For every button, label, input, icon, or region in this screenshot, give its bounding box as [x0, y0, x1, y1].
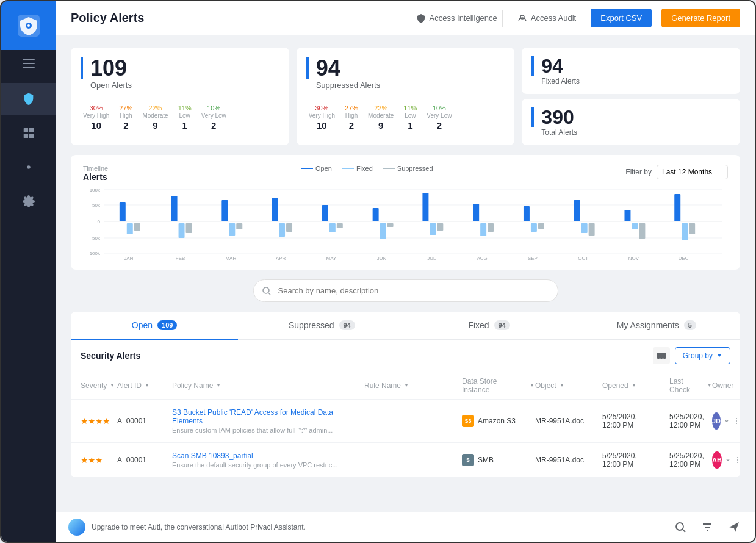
tab-open[interactable]: Open 109: [71, 312, 238, 340]
table-row: ★★★★ A_00001 S3 Bucket Public 'READ' Acc…: [71, 400, 740, 443]
opened-row2: 5/25/2020,12:00 PM: [602, 451, 669, 469]
header: Policy Alerts Access Intelligence Access…: [56, 1, 755, 35]
svg-point-78: [736, 423, 737, 424]
col-alert-id[interactable]: Alert ID: [117, 381, 172, 390]
svg-rect-59: [574, 200, 580, 221]
svg-rect-65: [639, 223, 645, 239]
svg-rect-4: [23, 63, 35, 64]
svg-rect-29: [186, 223, 192, 233]
svg-text:JAN: JAN: [124, 256, 133, 260]
svg-text:APR: APR: [276, 256, 286, 260]
svg-text:OCT: OCT: [578, 256, 588, 260]
suppressed-alerts-label: Suppressed Alerts: [316, 81, 505, 90]
svg-rect-27: [171, 196, 178, 221]
svg-rect-74: [660, 353, 663, 359]
sidebar-item-gear[interactable]: [1, 185, 56, 217]
main-content: Policy Alerts Access Intelligence Access…: [56, 1, 755, 542]
svg-rect-60: [581, 223, 588, 233]
filter-bottom-icon[interactable]: [699, 519, 716, 536]
chart-card: Timeline Alerts Open Fixed: [71, 155, 740, 270]
svg-point-82: [676, 523, 683, 530]
severity-low-suppressed: 11% Low 1: [403, 104, 417, 131]
svg-point-80: [737, 459, 738, 461]
total-alerts-label: Total Alerts: [541, 128, 730, 137]
sidebar-item-dashboard[interactable]: [1, 117, 56, 149]
col-data-store[interactable]: Data Store Instance: [462, 377, 535, 394]
svg-line-72: [268, 293, 270, 295]
svg-rect-39: [322, 205, 328, 221]
tab-fixed[interactable]: Fixed 94: [406, 312, 573, 340]
data-store-row2: S SMB: [462, 454, 535, 466]
svg-point-79: [737, 457, 738, 458]
svg-rect-41: [337, 223, 343, 228]
tab-my-assignments[interactable]: My Assignments 5: [573, 312, 740, 340]
svg-rect-9: [29, 134, 34, 138]
suppressed-alerts-card: 94 Suppressed Alerts 30% Very High 10 27…: [297, 48, 515, 145]
svg-text:100k: 100k: [90, 187, 100, 193]
sidebar-logo: [1, 1, 56, 50]
svg-point-76: [736, 418, 737, 419]
object-row1: MR-9951A.doc: [535, 417, 602, 425]
svg-rect-61: [589, 223, 595, 236]
col-opened[interactable]: Opened: [602, 381, 669, 390]
filter-select[interactable]: Last 12 Months Last 6 Months Last 3 Mont…: [657, 165, 728, 179]
row1-more[interactable]: [733, 415, 740, 426]
alert-id-row2: A_00001: [117, 456, 172, 464]
send-bottom-icon[interactable]: [725, 519, 743, 536]
svg-rect-75: [663, 353, 666, 359]
row2-chevron[interactable]: [724, 455, 732, 466]
col-policy-name[interactable]: Policy Name: [172, 381, 364, 390]
col-object[interactable]: Object: [535, 381, 602, 390]
severity-stars-row1: ★★★★: [81, 416, 117, 426]
generate-report-button[interactable]: Generate Report: [661, 9, 740, 27]
svg-rect-48: [430, 223, 436, 235]
svg-point-11: [27, 200, 31, 203]
header-actions: Access Intelligence Access Audit Export …: [411, 9, 740, 27]
svg-rect-37: [286, 223, 292, 232]
open-alerts-label: Open Alerts: [90, 81, 279, 90]
col-rule-name[interactable]: Rule Name: [364, 381, 462, 390]
severity-low-open: 11% Low 1: [178, 104, 192, 131]
menu-icon[interactable]: [1, 50, 56, 77]
fixed-alerts-number: 94: [531, 56, 730, 76]
tab-suppressed[interactable]: Suppressed 94: [238, 312, 405, 340]
col-last-check[interactable]: Last Check: [669, 377, 712, 394]
col-severity[interactable]: Severity: [81, 381, 117, 390]
bottom-message-text: Upgrade to meet Auti, the conversational…: [92, 523, 306, 531]
group-by-button[interactable]: Group by: [675, 347, 730, 364]
severity-high-open: 27% High 2: [119, 104, 132, 131]
svg-rect-6: [24, 128, 28, 132]
tab-suppressed-label: Suppressed: [289, 320, 334, 330]
severity-very-low-suppressed: 10% Very Low 2: [427, 104, 452, 131]
columns-icon[interactable]: [653, 347, 670, 364]
svg-text:SEP: SEP: [528, 256, 538, 260]
tab-fixed-badge: 94: [494, 320, 510, 330]
severity-moderate-open: 22% Moderate 9: [142, 104, 168, 131]
access-audit-link[interactable]: Access Audit: [513, 10, 581, 27]
svg-text:50k: 50k: [92, 203, 100, 208]
chart-title: Alerts: [83, 172, 108, 182]
data-store-row1: S3 Amazon S3: [462, 415, 535, 427]
svg-text:0: 0: [97, 219, 100, 225]
col-owner[interactable]: Owner: [712, 381, 730, 390]
sidebar-item-settings[interactable]: [1, 151, 56, 183]
svg-point-2: [27, 24, 30, 27]
table-section-title: Security Alerts: [81, 351, 140, 361]
row2-more[interactable]: [734, 455, 741, 466]
tabs-table-container: Open 109 Suppressed 94 Fixed 94 My Assig…: [71, 312, 740, 478]
export-csv-button[interactable]: Export CSV: [591, 9, 652, 27]
svg-rect-32: [229, 223, 235, 236]
svg-text:50k: 50k: [92, 236, 100, 241]
svg-rect-51: [473, 204, 479, 221]
severity-moderate-suppressed: 22% Moderate 9: [368, 104, 394, 131]
legend-open: Open: [301, 165, 332, 172]
search-bottom-icon[interactable]: [672, 519, 689, 536]
row1-chevron[interactable]: [723, 415, 730, 426]
sidebar-item-policy[interactable]: [1, 83, 56, 115]
amazon-s3-icon: S3: [462, 415, 474, 427]
access-intelligence-link[interactable]: Access Intelligence: [411, 10, 503, 27]
svg-line-83: [683, 530, 685, 532]
chart-title-group: Timeline Alerts: [83, 165, 108, 182]
search-input[interactable]: [253, 279, 558, 302]
svg-rect-36: [279, 223, 285, 237]
